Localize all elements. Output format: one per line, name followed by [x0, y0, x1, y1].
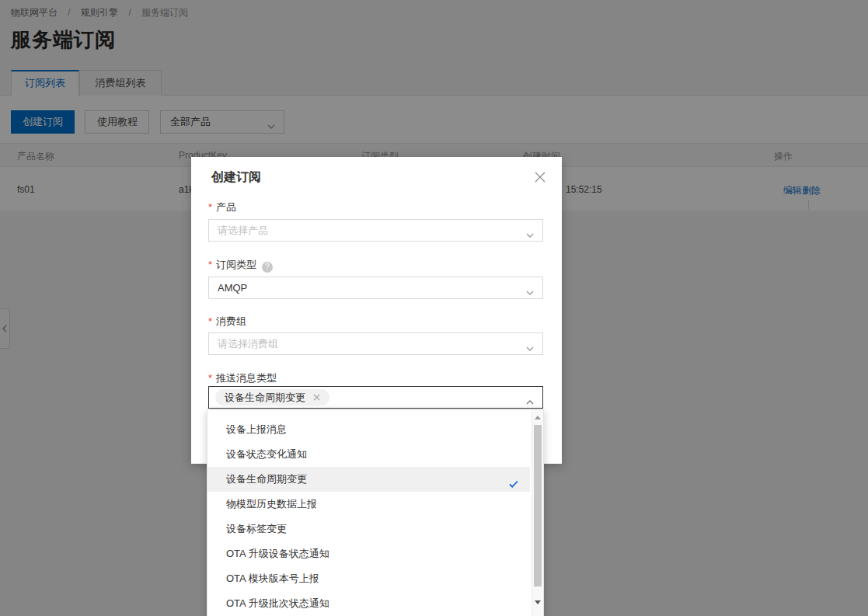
required-mark: * [208, 259, 212, 270]
option-ota-module-version[interactable]: OTA 模块版本号上报 [207, 566, 530, 591]
option-ota-device-status[interactable]: OTA 升级设备状态通知 [207, 541, 530, 566]
subscribe-type-value: AMQP [218, 282, 247, 294]
option-ota-batch-status[interactable]: OTA 升级批次状态通知 [207, 591, 530, 616]
subscribe-type-select[interactable]: AMQP [208, 277, 543, 299]
option-device-status-change[interactable]: 设备状态变化通知 [207, 442, 530, 467]
message-type-dropdown: 设备上报消息 设备状态变化通知 设备生命周期变更 物模型历史数据上报 设备标签变… [207, 409, 544, 616]
chevron-down-icon [525, 226, 535, 247]
scroll-down-arrow-icon[interactable] [535, 600, 541, 604]
chevron-down-icon [525, 284, 535, 305]
consumer-group-field-label: *消费组 [208, 315, 246, 329]
tag-remove-icon[interactable] [313, 392, 320, 403]
consumer-group-placeholder: 请选择消费组 [218, 338, 278, 350]
scrollbar-thumb[interactable] [534, 425, 542, 586]
chevron-down-icon [525, 339, 535, 360]
dropdown-scrollbar[interactable] [532, 410, 543, 616]
help-icon[interactable]: ? [262, 262, 273, 273]
product-field-label: *产品 [208, 200, 236, 214]
consumer-group-select[interactable]: 请选择消费组 [208, 332, 543, 355]
option-device-report[interactable]: 设备上报消息 [207, 417, 530, 442]
required-mark: * [208, 372, 212, 384]
selected-tag: 设备生命周期变更 [215, 389, 329, 405]
push-message-type-field-label: *推送消息类型 [208, 371, 277, 385]
product-select[interactable]: 请选择产品 [208, 219, 543, 242]
required-mark: * [208, 315, 212, 327]
option-device-lifecycle[interactable]: 设备生命周期变更 [207, 467, 530, 492]
subscribe-type-field-label: *订阅类型? [208, 258, 273, 273]
option-device-tag-change[interactable]: 设备标签变更 [207, 517, 530, 541]
product-select-placeholder: 请选择产品 [218, 224, 268, 236]
close-icon[interactable] [532, 169, 548, 185]
required-mark: * [208, 201, 212, 213]
option-thing-model-history[interactable]: 物模型历史数据上报 [207, 492, 530, 517]
push-message-type-multiselect[interactable]: 设备生命周期变更 [208, 386, 543, 409]
scroll-up-arrow-icon[interactable] [535, 416, 541, 419]
selected-tag-label: 设备生命周期变更 [225, 392, 305, 403]
modal-title: 创建订阅 [211, 169, 261, 186]
